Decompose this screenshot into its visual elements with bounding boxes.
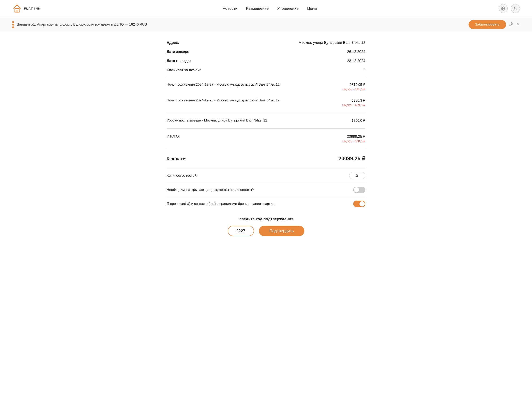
guests-stepper[interactable]: 2 bbox=[349, 172, 365, 179]
rules-row: Я прочитал(-а) и согласен(-на) с правила… bbox=[167, 197, 365, 211]
checkin-label: Дата заезда: bbox=[167, 50, 189, 54]
svg-rect-1 bbox=[16, 10, 18, 12]
user-icon[interactable] bbox=[511, 4, 520, 13]
svg-point-6 bbox=[515, 7, 516, 9]
nights-value: 2 bbox=[363, 68, 365, 72]
nav-management[interactable]: Управление bbox=[277, 6, 299, 11]
confirm-label: Введите код подтверждения bbox=[167, 217, 365, 221]
line-item-0: Ночь проживания 2024-12-27 - Москва, ули… bbox=[167, 79, 365, 95]
docs-toggle-knob bbox=[354, 187, 359, 193]
topay-value: 20039,25 ₽ bbox=[338, 155, 365, 162]
header-icons bbox=[499, 4, 520, 13]
main-content: Адрес: Москва, улица Бутырский Вал, 34кв… bbox=[154, 32, 378, 248]
form-section: Количество гостей: 2 Необходимы закрываю… bbox=[167, 168, 365, 211]
logo-icon bbox=[12, 4, 22, 13]
nav-news[interactable]: Новости bbox=[222, 6, 237, 11]
notif-dot-1 bbox=[12, 21, 14, 23]
line-item-name-0: Ночь проживания 2024-12-27 - Москва, ули… bbox=[167, 83, 279, 87]
line-item-name-2: Уборка после выезда - Москва, улица Буты… bbox=[167, 118, 267, 123]
total-prices: 20999,25 ₽ скидка: −960,0 ₽ bbox=[342, 134, 365, 143]
rules-link[interactable]: правилами бронирования квартир bbox=[219, 202, 274, 206]
guests-row: Количество гостей: 2 bbox=[167, 168, 365, 183]
divider-4 bbox=[167, 149, 365, 149]
code-input[interactable] bbox=[228, 226, 254, 236]
logo-text: FLAT INN bbox=[24, 7, 41, 10]
total-discount: скидка: −960,0 ₽ bbox=[342, 139, 365, 143]
notif-dot-3 bbox=[12, 26, 14, 28]
checkout-row: Дата выезда: 28.12.2024 bbox=[167, 56, 365, 65]
book-button[interactable]: Забронировать bbox=[469, 20, 506, 29]
address-row: Адрес: Москва, улица Бутырский Вал, 34кв… bbox=[167, 38, 365, 47]
address-label: Адрес: bbox=[167, 41, 179, 45]
checkout-label: Дата выезда: bbox=[167, 59, 191, 63]
address-value: Москва, улица Бутырский Вал, 34кв. 12 bbox=[298, 41, 365, 45]
nav-prices[interactable]: Цены bbox=[307, 6, 317, 11]
notif-right: Забронировать ✕ bbox=[469, 20, 520, 29]
line-item-prices-0: 9812,95 ₽ скидка: −491,0 ₽ bbox=[342, 83, 365, 91]
main-nav: Новости Размещение Управление Цены bbox=[222, 6, 317, 11]
checkin-row: Дата заезда: 26.12.2024 bbox=[167, 47, 365, 56]
confirm-button[interactable]: Подтвердить bbox=[259, 226, 304, 236]
total-label: ИТОГО: bbox=[167, 134, 180, 139]
line-item-prices-1: 9386,3 ₽ скидка: −469,0 ₽ bbox=[342, 98, 365, 107]
globe-icon[interactable] bbox=[499, 4, 508, 13]
nav-accommodation[interactable]: Размещение bbox=[246, 6, 269, 11]
line-items: Ночь проживания 2024-12-27 - Москва, ули… bbox=[167, 79, 365, 166]
line-item-2: Уборка после выезда - Москва, улица Буты… bbox=[167, 115, 365, 126]
guests-label: Количество гостей: bbox=[167, 174, 197, 178]
rules-label: Я прочитал(-а) и согласен(-на) с правила… bbox=[167, 202, 274, 206]
total-row: ИТОГО: 20999,25 ₽ скидка: −960,0 ₽ bbox=[167, 131, 365, 147]
line-discount-1: скидка: −469,0 ₽ bbox=[342, 103, 365, 107]
notif-dot-2 bbox=[12, 24, 14, 26]
divider-2 bbox=[167, 113, 365, 113]
topay-label: К оплате: bbox=[167, 156, 187, 161]
nights-label: Количество ночей: bbox=[167, 68, 201, 72]
notif-dots bbox=[12, 21, 14, 28]
guests-value: 2 bbox=[356, 174, 358, 178]
rules-toggle-knob bbox=[360, 201, 365, 206]
line-item-name-1: Ночь проживания 2024-12-26 - Москва, ули… bbox=[167, 98, 279, 103]
docs-label: Необходимы закрывающие документы после о… bbox=[167, 188, 254, 192]
pin-icon[interactable] bbox=[509, 22, 513, 27]
notif-left: Вариант #1. Апартаменты рядом с Белорусс… bbox=[12, 21, 464, 28]
line-item-1: Ночь проживания 2024-12-26 - Москва, ули… bbox=[167, 95, 365, 110]
checkout-value: 28.12.2024 bbox=[347, 59, 365, 63]
notif-text: Вариант #1. Апартаменты рядом с Белорусс… bbox=[17, 23, 147, 26]
close-icon[interactable]: ✕ bbox=[516, 22, 520, 27]
docs-toggle[interactable] bbox=[353, 187, 365, 193]
line-price-2: 1800,0 ₽ bbox=[352, 118, 365, 123]
confirm-section: Введите код подтверждения Подтвердить bbox=[167, 217, 365, 236]
topay-row: К оплате: 20039,25 ₽ bbox=[167, 151, 365, 166]
line-discount-0: скидка: −491,0 ₽ bbox=[342, 87, 365, 91]
docs-row: Необходимы закрывающие документы после о… bbox=[167, 183, 365, 197]
line-price-1: 9386,3 ₽ bbox=[342, 98, 365, 103]
divider-3 bbox=[167, 128, 365, 129]
header: FLAT INN Новости Размещение Управление Ц… bbox=[0, 0, 532, 17]
notification-bar: Вариант #1. Апартаменты рядом с Белорусс… bbox=[0, 17, 532, 32]
rules-toggle[interactable] bbox=[353, 201, 365, 207]
line-item-prices-2: 1800,0 ₽ bbox=[352, 118, 365, 123]
logo: FLAT INN bbox=[12, 4, 41, 13]
nights-row: Количество ночей: 2 bbox=[167, 65, 365, 75]
line-price-0: 9812,95 ₽ bbox=[342, 83, 365, 87]
checkin-value: 26.12.2024 bbox=[347, 50, 365, 54]
booking-details: Адрес: Москва, улица Бутырский Вал, 34кв… bbox=[167, 38, 365, 75]
total-price: 20999,25 ₽ bbox=[342, 134, 365, 139]
confirm-actions: Подтвердить bbox=[167, 226, 365, 236]
